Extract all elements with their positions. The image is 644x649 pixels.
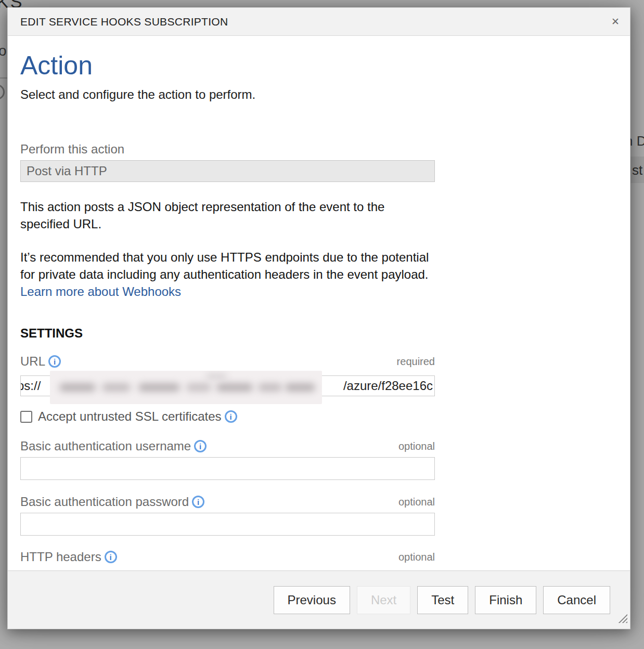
https-recommendation-text: It’s recommended that you only use HTTPS… [20, 250, 429, 281]
ssl-checkbox[interactable] [20, 411, 32, 423]
perform-action-select: Post via HTTP [20, 160, 435, 182]
background-text-fragment: st [632, 162, 642, 178]
http-headers-label: HTTP headers [20, 550, 101, 564]
username-label: Basic authentication username [20, 439, 191, 453]
http-headers-label-row: HTTP headers i optional [20, 550, 435, 564]
next-button: Next [357, 586, 410, 614]
password-input[interactable] [20, 513, 435, 536]
finish-button[interactable]: Finish [475, 586, 536, 614]
close-icon[interactable]: ✕ [611, 17, 620, 27]
info-icon[interactable]: i [192, 496, 204, 508]
password-label: Basic authentication password [20, 495, 189, 509]
optional-badge: optional [398, 551, 435, 563]
optional-badge: optional [398, 440, 435, 452]
dialog-header: EDIT SERVICE HOOKS SUBSCRIPTION ✕ [8, 8, 630, 36]
info-icon[interactable]: i [225, 410, 237, 423]
url-value-suffix: /azure/f28ee16c [343, 379, 433, 393]
password-label-row: Basic authentication password i optional [20, 495, 435, 509]
perform-action-label: Perform this action [20, 142, 124, 157]
page-title: Action [20, 51, 93, 80]
redaction-blur [50, 371, 322, 404]
required-badge: required [397, 356, 435, 368]
settings-heading: SETTINGS [20, 326, 83, 341]
background-text-fragment: o [0, 43, 7, 59]
url-value-prefix: ps:// [20, 379, 41, 393]
url-label: URL [20, 354, 45, 369]
optional-badge: optional [398, 496, 435, 508]
edit-service-hooks-subscription-dialog: EDIT SERVICE HOOKS SUBSCRIPTION ✕ Action… [7, 7, 630, 629]
cancel-button[interactable]: Cancel [543, 586, 610, 614]
dialog-footer: Previous Next Test Finish Cancel [8, 570, 630, 629]
ssl-checkbox-label: Accept untrusted SSL certificates [38, 409, 222, 424]
info-icon[interactable]: i [194, 440, 207, 452]
info-icon[interactable]: i [105, 551, 117, 563]
refresh-icon [0, 84, 5, 100]
dimmed-overlay: { "colors": { "accent_blue": "#2d5c9e", … [0, 0, 644, 649]
learn-more-webhooks-link[interactable]: Learn more about Webhooks [20, 284, 181, 298]
dialog-title: EDIT SERVICE HOOKS SUBSCRIPTION [20, 16, 228, 28]
ssl-checkbox-row: Accept untrusted SSL certificates i [20, 409, 237, 424]
username-input[interactable] [20, 457, 435, 480]
info-icon[interactable]: i [48, 355, 61, 368]
test-button[interactable]: Test [417, 586, 468, 614]
previous-button[interactable]: Previous [274, 586, 350, 614]
url-label-row: URL i required [20, 354, 435, 369]
https-recommendation: It’s recommended that you only use HTTPS… [20, 249, 432, 300]
page-subtitle: Select and configure the action to perfo… [20, 87, 255, 102]
action-description: This action posts a JSON object represen… [20, 198, 432, 232]
username-label-row: Basic authentication username i optional [20, 439, 435, 453]
background-divider [0, 77, 7, 79]
